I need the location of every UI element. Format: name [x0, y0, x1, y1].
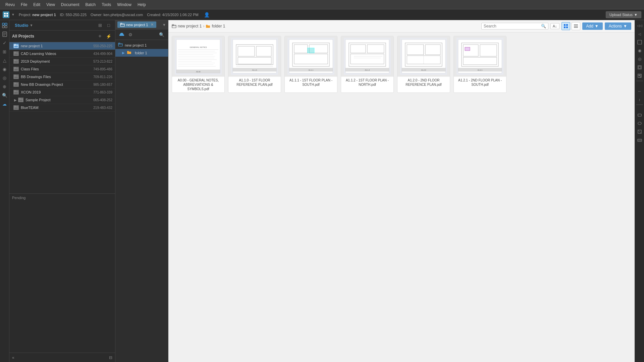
- project-item-1[interactable]: CAD Learning Videos 434-499-904: [9, 50, 115, 58]
- file-card-4[interactable]: A1.2.0 A1.2.0 - 2ND FLOOR REFERENCE PLAN…: [397, 36, 450, 93]
- right-icon-zoom-region[interactable]: [636, 136, 644, 144]
- menu-help[interactable]: Help: [135, 2, 149, 8]
- nav-icon-plus-circle[interactable]: ⊕: [1, 82, 9, 90]
- menu-edit[interactable]: Edit: [31, 2, 43, 8]
- project-item-6[interactable]: XCON 2019 771-863-339: [9, 88, 115, 96]
- file-card-2[interactable]: A1.1.1 A1.1.1 - 1ST FLOOR PLAN - SOUTH.p…: [284, 36, 337, 93]
- right-icon-4[interactable]: ◉: [636, 47, 644, 55]
- file-name-0: A0.00 - GENERAL NOTES, ABBREVIATIONS & S…: [172, 76, 224, 93]
- nav-icon-layer[interactable]: ⊞: [1, 48, 9, 56]
- grid-view-button[interactable]: [561, 22, 570, 30]
- tree-item-folder1[interactable]: ▶ folder 1: [115, 49, 168, 57]
- nav-icon-checkmark[interactable]: ✓: [1, 39, 9, 47]
- folder-tab-close[interactable]: ✕: [151, 22, 154, 27]
- nav-icon-search[interactable]: 🔍: [1, 91, 9, 99]
- collapse-left-button[interactable]: «: [12, 355, 14, 360]
- list-view-button[interactable]: [572, 22, 580, 30]
- menu-revu[interactable]: Revu: [3, 2, 17, 8]
- file-card-3[interactable]: A1.1.2 A1.1.2 - 1ST FLOOR PLAN - NORTH.p…: [341, 36, 394, 93]
- svg-rect-0: [4, 13, 6, 14]
- settings-icon[interactable]: ⚙: [127, 31, 134, 38]
- svg-rect-7: [5, 26, 7, 28]
- breadcrumb-folder-label: folder 1: [212, 24, 225, 28]
- nav-icon-target[interactable]: ◎: [1, 74, 9, 82]
- svg-rect-105: [639, 66, 641, 68]
- right-icon-2[interactable]: ◁: [636, 30, 644, 38]
- project-name-2: 2019 Deployment: [21, 59, 92, 63]
- project-item-4[interactable]: BB Drawings Files 709-811-226: [9, 73, 115, 81]
- project-name-0: new project 1: [21, 44, 92, 48]
- add-button[interactable]: Add ▼: [582, 22, 603, 30]
- svg-rect-39: [206, 25, 208, 26]
- right-icon-measure[interactable]: ↔: [636, 87, 644, 95]
- nav-icon-triangle[interactable]: △: [1, 56, 9, 64]
- project-list: new project 1 550-250-225 CAD Learning V…: [9, 42, 115, 193]
- svg-rect-6: [2, 26, 4, 28]
- right-icon-ellipse[interactable]: [636, 119, 644, 127]
- menu-tools[interactable]: Tools: [99, 2, 114, 8]
- menu-document[interactable]: Document: [58, 2, 82, 8]
- tab-icon-2[interactable]: □: [105, 21, 112, 29]
- svg-rect-107: [639, 75, 640, 76]
- svg-rect-43: [566, 26, 568, 28]
- right-icon-3[interactable]: [636, 38, 644, 46]
- search-tree-icon[interactable]: 🔍: [158, 31, 165, 38]
- right-icon-5[interactable]: ◎: [636, 55, 644, 63]
- svg-rect-35: [127, 51, 129, 52]
- projects-title: All Projects: [12, 34, 34, 39]
- split-panel-button[interactable]: ⊟: [109, 355, 112, 360]
- right-icon-ruler[interactable]: ↕: [636, 96, 644, 104]
- project-item-8[interactable]: BlueTEAM 219-483-432: [9, 104, 115, 112]
- project-item-3[interactable]: Class Files 749-895-486: [9, 65, 115, 73]
- tab-dropdown-arrow[interactable]: ▼: [162, 23, 166, 27]
- user-icon[interactable]: 👤: [204, 12, 210, 17]
- project-created: Created: 4/15/2020 1:06:22 PM: [147, 13, 199, 17]
- right-icon-zoom-in[interactable]: [636, 72, 644, 80]
- actions-button[interactable]: Actions ▼: [605, 22, 631, 30]
- folder-tab-label: new project 1: [126, 23, 148, 27]
- right-icon-crop[interactable]: [636, 63, 644, 71]
- project-item-2[interactable]: 2019 Deployment 573-213-822: [9, 58, 115, 65]
- info-bar: ▼ Project: new project 1 ID: 550-250-225…: [0, 9, 644, 20]
- menu-batch[interactable]: Batch: [83, 2, 99, 8]
- right-icon-crop2[interactable]: [636, 128, 644, 136]
- menu-window[interactable]: Window: [114, 2, 134, 8]
- right-icon-rect[interactable]: [636, 111, 644, 119]
- menu-file[interactable]: File: [18, 2, 30, 8]
- add-project-button[interactable]: +: [96, 33, 104, 40]
- nav-icon-doc[interactable]: [1, 30, 9, 38]
- left-icon-bar: ✓ ⊞ △ ◉ ◎ ⊕ 🔍 ☁: [0, 20, 9, 362]
- menu-bar: Revu File Edit View Document Batch Tools…: [0, 0, 644, 9]
- projects-panel: Studio ▼ ⊞ □ All Projects + ⚡: [9, 20, 115, 362]
- right-icon-1[interactable]: ◁◁: [636, 21, 644, 29]
- breadcrumb-home[interactable]: new project 1: [172, 24, 202, 28]
- project-id-8: 219-483-432: [93, 106, 112, 110]
- nav-icon-circle[interactable]: ◉: [1, 65, 9, 73]
- search-input[interactable]: [484, 24, 540, 28]
- cloud-icon[interactable]: [118, 31, 125, 38]
- project-item-5[interactable]: New BB Drawings Project 985-180-657: [9, 81, 115, 88]
- svg-text:A1.1.0: A1.1.0: [252, 69, 257, 71]
- project-name-5: New BB Drawings Project: [21, 82, 92, 86]
- studio-button[interactable]: Studio ▼: [12, 22, 36, 28]
- svg-rect-40: [564, 24, 566, 26]
- filter-button[interactable]: ⚡: [105, 33, 112, 40]
- file-thumb-4: A1.2.0: [397, 36, 450, 76]
- nav-icon-grid[interactable]: [1, 21, 9, 29]
- tree-item-root[interactable]: new project 1: [115, 41, 168, 49]
- menu-view[interactable]: View: [44, 2, 58, 8]
- upload-status-button[interactable]: Upload Status ▼: [606, 11, 641, 18]
- sort-button[interactable]: A↓: [550, 23, 559, 29]
- tab-icon-1[interactable]: ⊞: [96, 21, 104, 29]
- file-card-0[interactable]: GENERAL NOTES: [172, 36, 225, 93]
- svg-line-112: [638, 130, 641, 133]
- folder-tab[interactable]: new project 1 ✕: [117, 21, 156, 28]
- project-item-0[interactable]: new project 1 550-250-225: [9, 42, 115, 50]
- nav-icon-cloud[interactable]: ☁: [1, 100, 9, 108]
- file-card-1[interactable]: A1.1.0 A1.1.0 - 1ST FLOOR REFERENCE PLAN…: [228, 36, 281, 93]
- svg-rect-38: [206, 25, 210, 28]
- file-card-5[interactable]: A1.2.1 A1.2.1 - 2ND FLOOR PLAN - SOUTH.p…: [453, 36, 506, 93]
- project-item-7[interactable]: ▶ Sample Project 065-408-252: [9, 96, 115, 104]
- breadcrumb-folder[interactable]: folder 1: [206, 24, 225, 28]
- app-icon-arrow[interactable]: ▼: [11, 13, 15, 16]
